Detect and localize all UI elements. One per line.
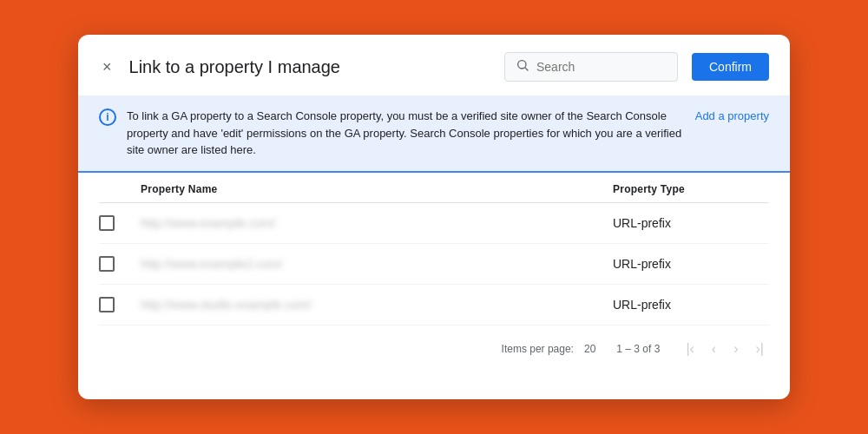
- row-2-type: URL-prefix: [613, 257, 769, 271]
- last-page-icon: ›|: [756, 341, 764, 357]
- dialog-title: Link to a property I manage: [129, 57, 490, 77]
- prev-page-icon: ‹: [712, 341, 716, 357]
- pagination: Items per page: 20 1 – 3 of 3 |‹ ‹ › ›|: [99, 326, 769, 376]
- link-property-dialog: × Link to a property I manage Confirm i …: [78, 35, 790, 399]
- row-1-checkbox[interactable]: [99, 215, 115, 231]
- svg-point-0: [518, 61, 526, 69]
- add-property-link[interactable]: Add a property: [695, 108, 769, 122]
- info-text: To link a GA property to a Search Consol…: [127, 108, 685, 159]
- row-1-type: URL-prefix: [613, 216, 769, 230]
- confirm-button[interactable]: Confirm: [692, 53, 769, 81]
- property-table: Property Name Property Type http://www.e…: [78, 173, 790, 376]
- table-row: http://www.studio.example.com/ URL-prefi…: [99, 285, 769, 326]
- row-3-checkbox[interactable]: [99, 297, 115, 312]
- close-button[interactable]: ×: [99, 56, 115, 78]
- row-3-url: http://www.studio.example.com/: [141, 298, 613, 312]
- col-header-property-type: Property Type: [613, 183, 769, 195]
- row-3-type: URL-prefix: [613, 298, 769, 312]
- first-page-icon: |‹: [686, 341, 694, 357]
- prev-page-button[interactable]: ‹: [707, 338, 721, 360]
- info-icon: i: [99, 108, 116, 126]
- first-page-button[interactable]: |‹: [681, 338, 699, 360]
- pagination-range: 1 – 3 of 3: [616, 343, 660, 355]
- search-box: [504, 52, 678, 82]
- items-per-page-label: Items per page:: [502, 343, 574, 355]
- svg-line-1: [525, 68, 528, 70]
- table-header: Property Name Property Type: [99, 173, 769, 203]
- row-2-checkbox[interactable]: [99, 256, 115, 272]
- info-banner: i To link a GA property to a Search Cons…: [78, 95, 790, 173]
- search-icon: [516, 58, 529, 76]
- row-2-url: http://www.example2.com/: [141, 257, 613, 271]
- table-row: http://www.example.com/ URL-prefix: [99, 203, 769, 244]
- table-row: http://www.example2.com/ URL-prefix: [99, 244, 769, 285]
- next-page-button[interactable]: ›: [728, 338, 743, 360]
- col-header-checkbox: [99, 183, 141, 195]
- items-per-page-value: 20: [584, 343, 595, 355]
- search-input[interactable]: [536, 60, 641, 74]
- col-header-property-name: Property Name: [141, 183, 613, 195]
- close-icon: ×: [102, 59, 112, 75]
- last-page-button[interactable]: ›|: [751, 338, 769, 360]
- dialog-header: × Link to a property I manage Confirm: [78, 35, 790, 95]
- next-page-icon: ›: [733, 341, 738, 357]
- row-1-url: http://www.example.com/: [141, 216, 613, 230]
